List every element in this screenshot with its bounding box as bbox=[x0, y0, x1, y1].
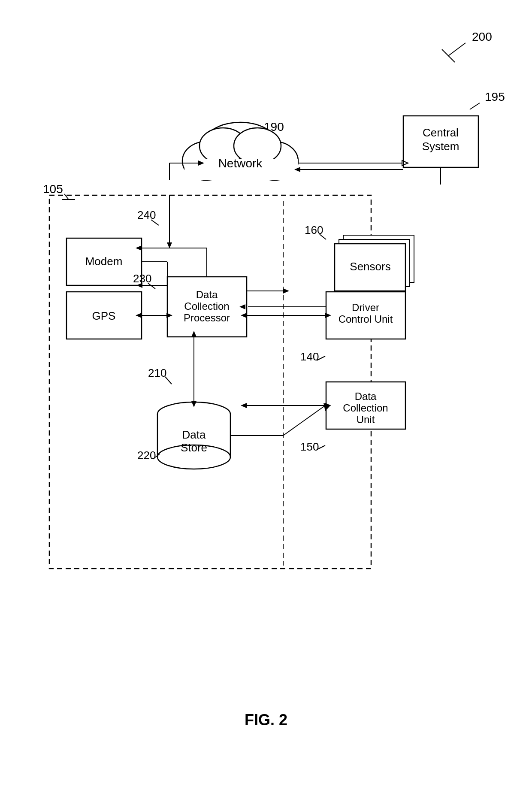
svg-line-3 bbox=[470, 103, 480, 109]
ref-150: 150 bbox=[300, 440, 319, 453]
arrow-dcp-to-sensors bbox=[283, 288, 289, 294]
ref-105: 105 bbox=[43, 182, 63, 196]
ref-230: 230 bbox=[133, 272, 151, 285]
ref-240: 240 bbox=[137, 209, 156, 221]
dcu-label-1: Driver bbox=[352, 302, 379, 313]
datastore-label-2: Store bbox=[181, 441, 207, 454]
diagram-container: 200 195 Central System 190 Network bbox=[0, 0, 532, 799]
dcp-label-2: Collection bbox=[184, 300, 229, 312]
modem-label: Modem bbox=[85, 255, 123, 268]
ref-140: 140 bbox=[300, 350, 319, 363]
ref-220: 220 bbox=[137, 449, 156, 462]
arrow-dcu2-to-dcp-left bbox=[241, 403, 247, 408]
svg-line-36 bbox=[283, 406, 325, 436]
datastore-label-1: Data bbox=[182, 428, 206, 441]
ref-210: 210 bbox=[148, 366, 166, 379]
dcu-label-2: Control Unit bbox=[339, 313, 393, 325]
central-system-label-1: Central bbox=[423, 126, 459, 139]
dcp-label-1: Data bbox=[196, 289, 218, 300]
ref-200: 200 bbox=[472, 30, 492, 43]
dcu2-label-1: Data bbox=[355, 390, 377, 402]
svg-line-0 bbox=[448, 43, 466, 56]
svg-line-2 bbox=[448, 56, 455, 62]
central-system-label-2: System bbox=[422, 140, 459, 153]
dcu2-label-3: Unit bbox=[357, 414, 375, 425]
svg-line-1 bbox=[442, 49, 448, 56]
ref-195: 195 bbox=[485, 90, 505, 103]
fig-label: FIG. 2 bbox=[245, 711, 287, 729]
dcu2-label-2: Collection bbox=[343, 402, 388, 414]
dcp-label-3: Processor bbox=[184, 312, 230, 324]
arrow-into-modem bbox=[167, 242, 172, 248]
svg-line-32 bbox=[165, 377, 172, 384]
network-label: Network bbox=[218, 157, 263, 170]
gps-label: GPS bbox=[92, 309, 116, 322]
sensors-label: Sensors bbox=[350, 260, 390, 273]
svg-line-27 bbox=[148, 283, 155, 289]
